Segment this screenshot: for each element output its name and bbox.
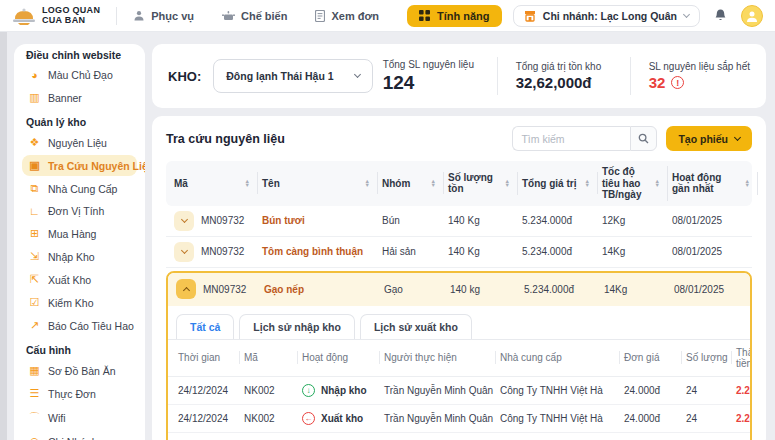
- warehouse-label: KHO:: [168, 69, 201, 84]
- sidebar-item-tra-cuu-nguyen-lieu[interactable]: ▣Tra Cứu Nguyên Liệu: [22, 155, 137, 176]
- expand-row-button[interactable]: [174, 242, 194, 262]
- search-box: [512, 126, 657, 151]
- report-icon: ↗: [28, 319, 41, 332]
- menu-item-xem-don[interactable]: Xem đơn: [315, 10, 379, 22]
- sidebar-item-so-do-ban-an[interactable]: ▦Sơ Đồ Bàn Ăn: [22, 360, 137, 381]
- divider: [116, 7, 117, 25]
- import-icon: ⇲: [28, 250, 41, 263]
- check-icon: ☑: [28, 296, 41, 309]
- menu-item-tinh-nang[interactable]: Tính năng: [407, 5, 502, 27]
- export-icon: ⇱: [28, 273, 41, 286]
- sidebar-item-kiem-kho[interactable]: ☑Kiểm Kho: [22, 292, 137, 313]
- ingredient-name[interactable]: Bún tươi: [262, 215, 378, 226]
- tab-lich-su-nhap-kho[interactable]: Lịch sử nhập kho: [239, 314, 355, 339]
- page-title: Tra cứu nguyên liệu: [166, 132, 285, 146]
- sidebar: Điều chỉnh website ◕Màu Chủ Đạo ▥Banner …: [14, 44, 145, 440]
- sort-icon[interactable]: ▲▼: [431, 179, 436, 187]
- table-map-icon: ▦: [28, 364, 41, 377]
- chevron-down-icon: [354, 71, 361, 78]
- sidebar-item-mau-chu-dao[interactable]: ◕Màu Chủ Đạo: [22, 65, 137, 85]
- create-ticket-button[interactable]: Tạo phiếu: [666, 126, 752, 151]
- history-row: 24/12/2024 NK002 ←Xuất kho Trần Nguyễn M…: [168, 405, 750, 433]
- sidebar-item-mua-hang[interactable]: ⊞Mua Hàng: [22, 223, 137, 244]
- sidebar-section-dieu-chinh-website: Điều chỉnh website: [26, 49, 133, 61]
- menu-item-che-bien[interactable]: Chế biến: [222, 10, 287, 22]
- history-row: 24/12/2024 NK002 ↓Nhập kho Trần Nguyễn M…: [168, 377, 750, 405]
- sidebar-section-quan-ly-kho: Quản lý kho: [26, 116, 133, 128]
- search-icon[interactable]: [630, 126, 657, 151]
- tab-lich-su-xuat-kho[interactable]: Lịch sử xuất kho: [360, 314, 472, 339]
- sidebar-item-thuc-don[interactable]: ☰Thực Đơn: [22, 383, 137, 404]
- sort-icon[interactable]: ▲▼: [655, 179, 660, 187]
- sidebar-item-banner[interactable]: ▥Banner: [22, 87, 137, 108]
- warehouse-select[interactable]: Đông lạnh Thái Hậu 1: [213, 59, 372, 93]
- row-menu-icon[interactable]: ⋮: [762, 214, 766, 228]
- stat-low-stock: SL nguyên liệu sắp hết 32!: [649, 61, 750, 91]
- chevron-down-icon: [683, 10, 690, 17]
- row-menu-icon[interactable]: ⋮: [762, 245, 766, 259]
- ingredient-name[interactable]: Tôm càng bình thuận: [262, 246, 378, 257]
- sidebar-item-nguyen-lieu[interactable]: ❖Nguyên Liệu: [22, 132, 137, 153]
- expand-row-button[interactable]: [174, 211, 194, 231]
- menu-label: Chế biến: [241, 10, 287, 22]
- supplier-icon: ⧉: [28, 182, 41, 195]
- table-header: Mã▲▼ Tên▲▼ Nhóm▲▼ Số lượng tồn▲▼ Tổng gi…: [166, 161, 752, 206]
- branch-selector[interactable]: Chi nhánh: Lạc Long Quân: [513, 5, 700, 27]
- tab-tat-ca[interactable]: Tất cả: [176, 314, 234, 339]
- chevron-down-icon: [734, 133, 741, 140]
- menu-item-phuc-vu[interactable]: Phục vụ: [133, 10, 194, 22]
- sidebar-item-wifi[interactable]: ⌒Wifi: [22, 406, 137, 429]
- sidebar-item-nha-cung-cap[interactable]: ⧉Nhà Cung Cấp: [22, 178, 137, 199]
- sort-icon[interactable]: ▲▼: [745, 179, 750, 187]
- sidebar-item-nhap-kho[interactable]: ⇲Nhập Kho: [22, 246, 137, 267]
- sort-icon[interactable]: ▲▼: [585, 179, 590, 187]
- sidebar-item-xuat-kho[interactable]: ⇱Xuất Kho: [22, 269, 137, 290]
- cooking-icon: [222, 10, 235, 22]
- menu-label: Xem đơn: [331, 10, 379, 22]
- top-menu: Phục vụ Chế biến Xem đơn Tính năng: [133, 5, 501, 27]
- stat-total-value: Tổng giá trị tồn kho 32,62,000đ: [516, 61, 612, 91]
- cloche-icon: [12, 7, 36, 25]
- orders-icon: [315, 10, 325, 22]
- menu-list-icon: ☰: [28, 387, 41, 400]
- divider: [630, 57, 631, 95]
- search-input[interactable]: [512, 126, 630, 151]
- sidebar-item-don-vi-tinh[interactable]: ∟Đơn Vị Tính: [22, 201, 137, 221]
- sort-icon[interactable]: ▲▼: [365, 179, 370, 187]
- sort-icon[interactable]: ▲▼: [505, 179, 510, 187]
- table-row: MN09732 Bún tươi Bún 140 Kg 5.234.000đ 1…: [166, 206, 752, 237]
- ingredient-name[interactable]: Gạo nếp: [264, 284, 380, 295]
- import-arrow-icon: ↓: [302, 384, 315, 397]
- expanded-row-panel: MN09732 Gạo nếp Gạo 140 kg 5.234.000đ 14…: [166, 271, 752, 440]
- notifications-bell-icon[interactable]: [713, 8, 728, 23]
- grid-icon: [419, 10, 430, 21]
- sidebar-item-chi-nhanh[interactable]: ◎Chi Nhánh: [22, 431, 137, 440]
- user-avatar[interactable]: [741, 5, 763, 27]
- store-icon: [524, 10, 536, 22]
- unit-icon: ∟: [28, 205, 41, 217]
- table-row: MN09732 Tôm càng bình thuận Hải sản 140 …: [166, 237, 752, 268]
- cart-icon: ⊞: [28, 227, 41, 240]
- table-row-expanded: MN09732 Gạo nếp Gạo 140 kg 5.234.000đ 14…: [168, 273, 750, 306]
- logo-text: LOGO QUANCUA BAN: [42, 6, 100, 26]
- ingredients-icon: ❖: [28, 136, 41, 149]
- stats: Tổng SL nguyên liệu 124 Tổng giá trị tồn…: [383, 57, 750, 95]
- lookup-icon: ▣: [28, 159, 41, 172]
- history-row: 24/12/2024 NK002 ↓Nhập kho Trần Nguyễn M…: [168, 433, 750, 440]
- sidebar-section-cau-hinh: Cấu hình: [26, 344, 133, 356]
- branch-label: Chi nhánh: Lạc Long Quân: [543, 10, 677, 22]
- top-bar: LOGO QUANCUA BAN Phục vụ Chế biến Xem đơ…: [0, 0, 775, 32]
- export-arrow-icon: ←: [302, 412, 315, 425]
- collapse-row-button[interactable]: [176, 279, 196, 299]
- wifi-icon: ⌒: [28, 410, 41, 425]
- history-tabs: Tất cả Lịch sử nhập kho Lịch sử xuất kho: [168, 306, 750, 340]
- stat-total-ingredients: Tổng SL nguyên liệu 124: [383, 59, 479, 94]
- warehouse-summary-card: KHO: Đông lạnh Thái Hậu 1 Tổng SL nguyên…: [152, 44, 766, 108]
- menu-label: Tính năng: [437, 10, 490, 22]
- sort-icon[interactable]: ▲▼: [245, 179, 250, 187]
- app-logo: LOGO QUANCUA BAN: [12, 6, 100, 26]
- palette-icon: ◕: [28, 69, 41, 81]
- window-edge: [0, 32, 7, 440]
- menu-label: Phục vụ: [151, 10, 194, 22]
- sidebar-item-bao-cao-tieu-hao[interactable]: ↗Báo Cáo Tiêu Hao: [22, 315, 137, 336]
